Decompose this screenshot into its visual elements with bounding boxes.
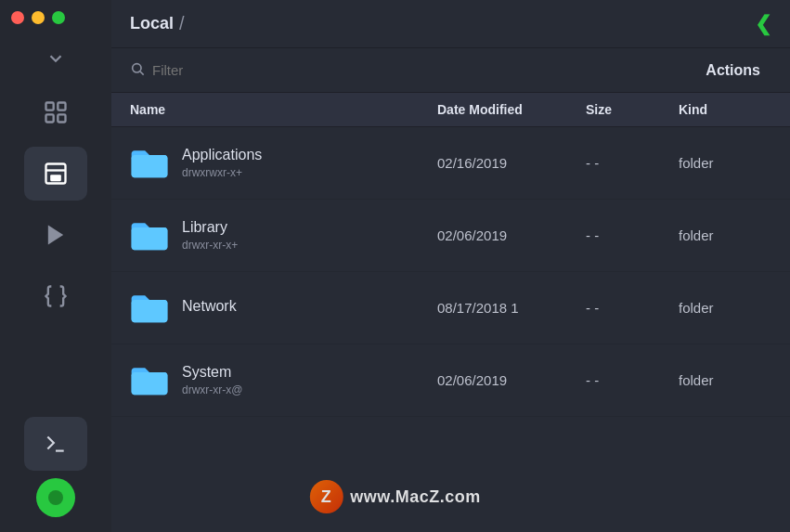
- file-table: Name Date Modified Size Kind Application…: [111, 93, 790, 532]
- table-header: Name Date Modified Size Kind: [111, 93, 790, 127]
- pathbar-location: Local /: [130, 13, 185, 34]
- file-name-cell: Network: [130, 292, 437, 325]
- folder-icon: [130, 219, 169, 253]
- file-name-info: Library drwxr-xr-x+: [182, 219, 238, 252]
- col-header-date: Date Modified: [437, 102, 586, 117]
- file-size: - -: [586, 227, 679, 243]
- svg-rect-2: [46, 114, 54, 122]
- table-row[interactable]: Network 08/17/2018 1 - - folder: [111, 272, 790, 344]
- file-name-cell: Library drwxr-xr-x+: [130, 219, 437, 253]
- col-header-name: Name: [130, 102, 437, 117]
- file-kind: folder: [679, 155, 771, 171]
- col-header-size: Size: [586, 102, 679, 117]
- sidebar-item-grid[interactable]: [24, 85, 87, 139]
- svg-rect-3: [58, 114, 65, 122]
- file-name-info: System drwxr-xr-x@: [182, 364, 243, 396]
- watermark: Z www.MacZ.com: [309, 480, 480, 513]
- file-date: 02/16/2019: [437, 155, 586, 171]
- table-row[interactable]: System drwxr-xr-x@ 02/06/2019 - - folder: [111, 344, 790, 417]
- minimize-button[interactable]: [32, 11, 45, 24]
- status-indicator-inner: [48, 490, 63, 505]
- file-name: System: [182, 364, 243, 381]
- sidebar-item-terminal[interactable]: [24, 417, 87, 471]
- pathbar: Local / ❮: [111, 0, 790, 48]
- file-name-cell: Applications drwxrwxr-x+: [130, 147, 437, 180]
- search-icon: [130, 61, 145, 80]
- file-size: - -: [586, 300, 679, 316]
- sidebar-item-forward[interactable]: [24, 208, 87, 262]
- pathbar-location-name: Local: [130, 14, 174, 33]
- svg-rect-6: [50, 175, 61, 181]
- close-button[interactable]: [11, 11, 24, 24]
- file-date: 08/17/2018 1: [437, 300, 586, 316]
- pathbar-separator: /: [179, 13, 185, 34]
- main-content: Local / ❮ Actions Name Date Modified Siz…: [111, 0, 790, 532]
- svg-point-9: [133, 63, 141, 71]
- status-indicator[interactable]: [36, 478, 75, 517]
- titlebar: [0, 0, 111, 35]
- file-rows-container: Applications drwxrwxr-x+ 02/16/2019 - - …: [111, 127, 790, 417]
- folder-icon: [130, 147, 169, 180]
- file-kind: folder: [679, 300, 771, 316]
- filterbar: Actions: [111, 48, 790, 93]
- file-name: Network: [182, 298, 237, 315]
- svg-rect-1: [58, 103, 65, 110]
- sidebar-item-window[interactable]: [24, 147, 87, 201]
- sidebar: [0, 0, 111, 532]
- watermark-text: www.MacZ.com: [350, 487, 480, 507]
- svg-rect-0: [46, 103, 54, 110]
- file-permissions: drwxrwxr-x+: [182, 166, 262, 179]
- file-kind: folder: [679, 227, 771, 243]
- watermark-logo: Z: [309, 480, 343, 513]
- actions-button[interactable]: Actions: [694, 57, 771, 84]
- folder-icon: [130, 364, 169, 397]
- maximize-button[interactable]: [52, 11, 65, 24]
- sidebar-bottom: [24, 417, 87, 532]
- table-row[interactable]: Applications drwxrwxr-x+ 02/16/2019 - - …: [111, 127, 790, 200]
- file-permissions: drwxr-xr-x+: [182, 239, 238, 252]
- file-date: 02/06/2019: [437, 372, 586, 388]
- svg-marker-7: [48, 226, 63, 245]
- file-name: Applications: [182, 147, 262, 163]
- file-permissions: drwxr-xr-x@: [182, 383, 243, 396]
- file-name-cell: System drwxr-xr-x@: [130, 364, 437, 397]
- file-date: 02/06/2019: [437, 227, 586, 243]
- filter-input[interactable]: [152, 62, 338, 78]
- pathbar-back-button[interactable]: ❮: [755, 12, 771, 36]
- sidebar-item-code[interactable]: [24, 269, 87, 323]
- file-kind: folder: [679, 372, 771, 388]
- filter-wrap: [130, 61, 338, 80]
- table-row[interactable]: Library drwxr-xr-x+ 02/06/2019 - - folde…: [111, 200, 790, 272]
- col-header-kind: Kind: [679, 102, 771, 117]
- folder-icon: [130, 292, 169, 325]
- file-name: Library: [182, 219, 238, 236]
- file-size: - -: [586, 372, 679, 388]
- file-name-info: Network: [182, 298, 237, 318]
- file-name-info: Applications drwxrwxr-x+: [182, 147, 262, 179]
- sidebar-collapse-button[interactable]: [0, 35, 111, 82]
- svg-line-10: [140, 71, 144, 75]
- file-size: - -: [586, 155, 679, 171]
